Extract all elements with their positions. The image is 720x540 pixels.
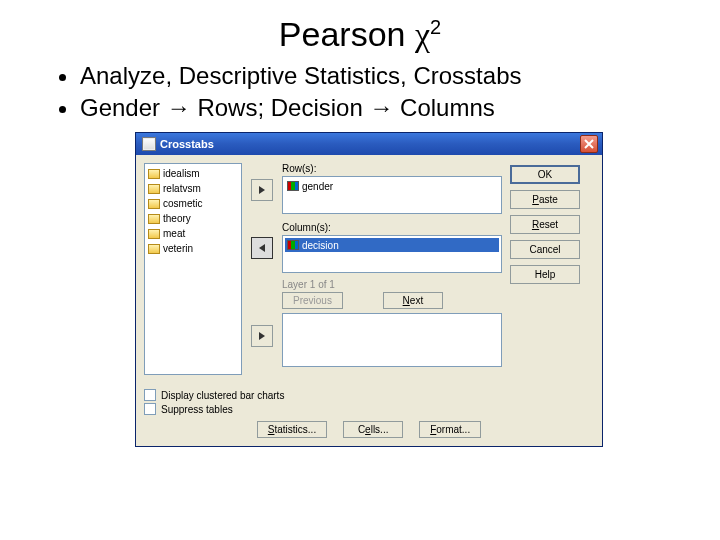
bullet-list: Analyze, Descriptive Statistics, Crossta…	[40, 62, 690, 122]
paste-button[interactable]: Paste	[510, 190, 580, 209]
scale-icon	[148, 214, 160, 224]
bullet-item: Analyze, Descriptive Statistics, Crossta…	[80, 62, 690, 90]
list-item[interactable]: cosmetic	[145, 196, 241, 211]
scale-icon	[148, 244, 160, 254]
reset-button[interactable]: Reset	[510, 215, 580, 234]
titlebar[interactable]: Crosstabs	[136, 133, 602, 155]
crosstabs-dialog: Crosstabs idealism relatvsm cosmetic the…	[135, 132, 603, 447]
next-button[interactable]: Next	[383, 292, 443, 309]
rows-label: Row(s):	[282, 163, 502, 174]
scale-icon	[148, 199, 160, 209]
nominal-icon	[287, 181, 299, 191]
list-item[interactable]: veterin	[145, 241, 241, 256]
scale-icon	[148, 184, 160, 194]
chevron-right-icon	[258, 332, 266, 340]
layer-label: Layer 1 of 1	[282, 279, 502, 290]
list-item[interactable]: decision	[285, 238, 499, 252]
layer-listbox[interactable]	[282, 313, 502, 367]
display-bar-charts-checkbox[interactable]: Display clustered bar charts	[144, 389, 594, 401]
close-icon	[584, 139, 594, 149]
ok-button[interactable]: OK	[510, 165, 580, 184]
move-to-columns-button[interactable]	[251, 237, 273, 259]
move-to-layer-button[interactable]	[251, 325, 273, 347]
chevron-left-icon	[258, 244, 266, 252]
previous-button[interactable]: Previous	[282, 292, 343, 309]
slide-title: Pearson χ2	[30, 15, 690, 54]
cols-listbox[interactable]: decision	[282, 235, 502, 273]
move-to-rows-button[interactable]	[251, 179, 273, 201]
list-item[interactable]: theory	[145, 211, 241, 226]
rows-listbox[interactable]: gender	[282, 176, 502, 214]
cols-label: Column(s):	[282, 222, 502, 233]
cells-button[interactable]: Cells...	[343, 421, 403, 438]
chi-symbol: χ	[415, 16, 430, 53]
title-word: Pearson	[279, 15, 415, 53]
cancel-button[interactable]: Cancel	[510, 240, 580, 259]
bullet-item: Gender → Rows; Decision → Columns	[80, 94, 690, 122]
checkbox-icon	[144, 403, 156, 415]
app-icon	[142, 137, 156, 151]
variable-list[interactable]: idealism relatvsm cosmetic theory meat v…	[144, 163, 242, 375]
dialog-title: Crosstabs	[160, 138, 214, 150]
list-item[interactable]: idealism	[145, 166, 241, 181]
close-button[interactable]	[580, 135, 598, 153]
scale-icon	[148, 169, 160, 179]
list-item[interactable]: meat	[145, 226, 241, 241]
chevron-right-icon	[258, 186, 266, 194]
help-button[interactable]: Help	[510, 265, 580, 284]
list-item[interactable]: gender	[285, 179, 499, 193]
checkbox-icon	[144, 389, 156, 401]
format-button[interactable]: Format...	[419, 421, 481, 438]
title-sup: 2	[430, 16, 441, 38]
scale-icon	[148, 229, 160, 239]
list-item[interactable]: relatvsm	[145, 181, 241, 196]
nominal-icon	[287, 240, 299, 250]
suppress-tables-checkbox[interactable]: Suppress tables	[144, 403, 594, 415]
statistics-button[interactable]: Statistics...	[257, 421, 327, 438]
